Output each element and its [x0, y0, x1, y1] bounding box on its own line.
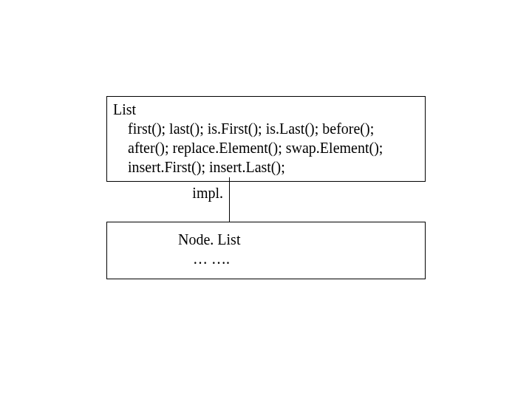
nodelist-body: … …. — [178, 249, 425, 268]
list-methods: first(); last(); is.First(); is.Last(); … — [113, 119, 419, 177]
implements-connector — [229, 177, 230, 222]
nodelist-title: Node. List — [178, 230, 425, 249]
method-line-2: after(); replace.Element(); swap.Element… — [128, 138, 419, 157]
method-line-3: insert.First(); insert.Last(); — [128, 157, 419, 177]
method-line-1: first(); last(); is.First(); is.Last(); … — [128, 119, 419, 138]
nodelist-class-box: Node. List … …. — [106, 222, 426, 279]
implements-label: impl. — [186, 185, 223, 202]
list-interface-box: List first(); last(); is.First(); is.Las… — [106, 96, 426, 182]
list-title: List — [113, 100, 419, 119]
